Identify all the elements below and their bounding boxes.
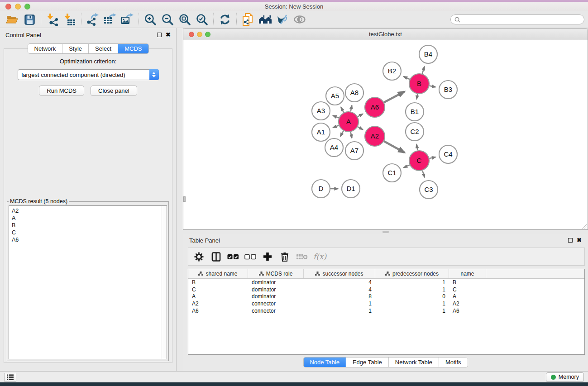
cell-shared-name[interactable]: B — [188, 279, 248, 286]
import-network-button[interactable] — [44, 12, 61, 27]
float-panel-icon[interactable] — [568, 238, 573, 243]
minimize-window-button[interactable] — [15, 4, 21, 10]
tab-select[interactable]: Select — [89, 44, 118, 53]
graph-node-A2[interactable]: A2 — [365, 126, 385, 146]
graph-edge-B-B1[interactable] — [417, 94, 418, 99]
graph-edge-C-C2[interactable] — [416, 144, 417, 150]
show-task-history-button[interactable] — [4, 373, 16, 381]
cell-name[interactable]: A6 — [449, 308, 486, 314]
scrollbar-track[interactable] — [162, 206, 167, 359]
graph-node-C1[interactable]: C1 — [383, 164, 401, 182]
graph-edge-A-A6[interactable] — [358, 114, 363, 117]
graph-node-A6[interactable]: A6 — [365, 97, 385, 117]
list-item[interactable]: B — [12, 222, 164, 229]
zoom-network-button[interactable] — [205, 32, 210, 37]
zoom-out-button[interactable] — [159, 12, 176, 27]
column-header-predecessor-nodes[interactable]: predecessor nodes — [375, 269, 449, 278]
table-row[interactable]: C dominator 4 1 C — [188, 286, 584, 293]
zoom-window-button[interactable] — [24, 4, 30, 10]
graph-edge-A-A1[interactable] — [333, 125, 339, 128]
hide-graphics-details-button[interactable] — [274, 12, 291, 27]
graph-edge-A-A2[interactable] — [358, 127, 363, 129]
close-network-button[interactable] — [189, 32, 194, 37]
deselect-all-button[interactable] — [243, 249, 258, 264]
refresh-view-button[interactable] — [216, 12, 234, 27]
export-table-button[interactable] — [101, 12, 119, 27]
graph-edge-C-C3[interactable] — [422, 171, 425, 177]
splitter-grip-icon[interactable] — [382, 231, 389, 233]
cell-predecessor-nodes[interactable]: 0 — [375, 293, 449, 300]
tab-motifs[interactable]: Motifs — [439, 357, 468, 367]
graph-node-D1[interactable]: D1 — [342, 180, 360, 198]
graph-node-C2[interactable]: C2 — [406, 123, 424, 141]
cell-predecessor-nodes[interactable]: 1 — [375, 279, 449, 286]
graph-node-A7[interactable]: A7 — [345, 142, 363, 160]
canvas-scroll-thumb[interactable] — [183, 196, 186, 202]
cell-mcds-role[interactable]: dominator — [248, 286, 304, 293]
graph-edge-A-A5[interactable] — [341, 107, 344, 113]
graph-node-A8[interactable]: A8 — [345, 84, 363, 102]
search-field[interactable] — [450, 14, 584, 24]
select-all-button[interactable] — [225, 249, 241, 264]
zoom-selected-button[interactable] — [193, 12, 210, 27]
cell-successor-nodes[interactable]: 4 — [304, 279, 375, 286]
graph-edge-C-C1[interactable] — [404, 165, 410, 167]
import-table-button[interactable] — [61, 12, 78, 27]
open-file-button[interactable] — [4, 12, 21, 27]
table-settings-button[interactable] — [191, 249, 206, 264]
zoom-in-button[interactable] — [142, 12, 159, 27]
table-row[interactable]: A dominator 8 0 A — [188, 293, 584, 300]
window-resize-handle[interactable] — [582, 224, 587, 229]
graph-node-C3[interactable]: C3 — [420, 181, 438, 199]
close-panel-icon[interactable]: ✖ — [166, 33, 171, 37]
save-session-button[interactable] — [21, 12, 38, 27]
network-graph[interactable]: B4B2BB3A8A5A6A3B1AA1C2A2A4A7C4CC1C3DD1 — [183, 40, 588, 229]
cell-mcds-role[interactable]: dominator — [248, 293, 304, 300]
tab-network-table[interactable]: Network Table — [389, 357, 439, 367]
cell-shared-name[interactable]: A2 — [188, 300, 248, 307]
cell-mcds-role[interactable]: connector — [248, 300, 304, 307]
graph-node-B3[interactable]: B3 — [439, 81, 457, 99]
horizontal-splitter[interactable] — [183, 230, 588, 234]
graph-edge-B-B3[interactable] — [430, 86, 436, 87]
cell-successor-nodes[interactable]: 1 — [304, 308, 375, 314]
column-header-mcds-role[interactable]: MCDS role — [248, 269, 304, 278]
graph-edge-A6-B[interactable] — [384, 91, 404, 102]
cell-successor-nodes[interactable]: 8 — [304, 293, 375, 300]
graph-node-B4[interactable]: B4 — [419, 45, 437, 63]
graph-edge-A2-C[interactable] — [384, 141, 405, 152]
cell-mcds-role[interactable]: dominator — [248, 279, 304, 286]
cell-name[interactable]: B — [449, 279, 486, 286]
show-columns-button[interactable] — [208, 249, 224, 264]
graph-node-B1[interactable]: B1 — [406, 103, 424, 121]
graph-node-C4[interactable]: C4 — [439, 145, 457, 163]
mcds-result-list[interactable]: A2 A B C A6 — [9, 205, 167, 359]
delete-table-button[interactable] — [294, 249, 310, 264]
criterion-dropdown[interactable]: largest connected component (directed) — [18, 69, 159, 80]
cell-name[interactable]: A2 — [449, 300, 486, 307]
zoom-fit-button[interactable] — [176, 12, 193, 27]
graph-edge-B-B2[interactable] — [404, 76, 410, 79]
search-input[interactable] — [463, 16, 580, 23]
network-canvas[interactable]: B4B2BB3A8A5A6A3B1AA1C2A2A4A7C4CC1C3DD1 — [183, 40, 588, 229]
tab-node-table[interactable]: Node Table — [303, 357, 346, 367]
tab-network[interactable]: Network — [28, 44, 62, 53]
close-panel-icon[interactable]: ✖ — [577, 238, 582, 243]
column-header-shared-name[interactable]: shared name — [188, 269, 248, 278]
cell-successor-nodes[interactable]: 1 — [304, 300, 375, 307]
cell-successor-nodes[interactable]: 4 — [304, 286, 375, 293]
function-builder-button[interactable]: f(x) — [311, 252, 326, 261]
duplicate-network-button[interactable] — [239, 12, 257, 27]
graph-edge-A-A4[interactable] — [340, 131, 344, 136]
list-item[interactable]: A6 — [12, 236, 164, 243]
graph-node-B[interactable]: B — [409, 74, 429, 94]
close-window-button[interactable] — [5, 4, 11, 10]
graph-edge-B-B4[interactable] — [422, 67, 425, 74]
graph-edge-A-A8[interactable] — [351, 105, 352, 112]
graph-node-A1[interactable]: A1 — [312, 123, 330, 141]
delete-column-button[interactable] — [277, 249, 292, 264]
network-window-titlebar[interactable]: testGlobe.txt — [183, 29, 588, 40]
cell-predecessor-nodes[interactable]: 1 — [375, 300, 449, 307]
tab-style[interactable]: Style — [62, 44, 89, 53]
tab-edge-table[interactable]: Edge Table — [346, 357, 389, 367]
